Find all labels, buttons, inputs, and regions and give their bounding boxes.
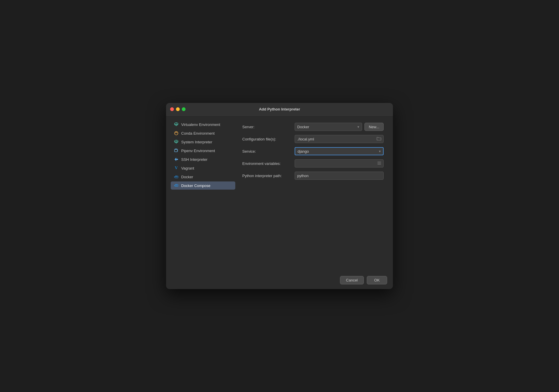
- svg-rect-16: [177, 185, 177, 186]
- docker-icon: [174, 174, 179, 179]
- env-variables-row: Environment variables:: [242, 159, 384, 168]
- python-path-label: Python interpreter path:: [242, 174, 295, 178]
- svg-rect-11: [177, 177, 177, 177]
- sidebar-item-pipenv[interactable]: Pipenv Environment: [171, 147, 235, 155]
- sidebar-item-system[interactable]: System Interpreter: [171, 138, 235, 146]
- env-wrapper: [295, 159, 384, 168]
- sidebar-item-vagrant-label: Vagrant: [181, 166, 194, 170]
- sidebar-item-vagrant[interactable]: V Vagrant: [171, 164, 235, 172]
- title-bar: Add Python Interpreter: [166, 103, 393, 116]
- config-file-wrapper: [295, 135, 384, 143]
- sidebar-item-pipenv-label: Pipenv Environment: [181, 149, 215, 153]
- server-select-wrapper: Docker ▼: [295, 123, 362, 131]
- python-path-control: [295, 172, 384, 180]
- sidebar-item-ssh[interactable]: SSH Interpreter: [171, 155, 235, 163]
- sidebar-item-docker[interactable]: Docker: [171, 173, 235, 181]
- minimize-button[interactable]: [176, 107, 180, 111]
- env-variables-control: [295, 159, 384, 168]
- server-row: Server: Docker ▼ New...: [242, 123, 384, 131]
- virtualenv-icon: [174, 122, 179, 127]
- service-label: Service:: [242, 149, 295, 154]
- sidebar-item-virtualenv[interactable]: Virtualenv Environment: [171, 120, 235, 129]
- server-select[interactable]: Docker: [295, 123, 362, 131]
- svg-rect-12: [175, 176, 176, 176]
- maximize-button[interactable]: [182, 107, 186, 111]
- svg-rect-20: [175, 186, 178, 187]
- window-controls: [170, 107, 186, 111]
- env-variables-label: Environment variables:: [242, 161, 295, 166]
- service-control: django ▼: [295, 147, 384, 155]
- svg-rect-14: [174, 185, 175, 186]
- sidebar-item-conda-label: Conda Environment: [181, 131, 215, 136]
- svg-rect-17: [175, 184, 176, 185]
- server-control: Docker ▼ New...: [295, 123, 384, 131]
- svg-rect-10: [175, 177, 176, 177]
- config-files-control: [295, 135, 384, 143]
- conda-icon: [174, 131, 179, 136]
- sidebar-item-system-label: System Interpreter: [181, 140, 212, 144]
- config-files-input[interactable]: [295, 135, 384, 143]
- sidebar-item-docker-compose-label: Docker Compose: [181, 183, 210, 188]
- config-files-label: Configuration file(s):: [242, 137, 295, 141]
- service-row: Service: django ▼: [242, 147, 384, 155]
- content-panel: Server: Docker ▼ New... Configuration fi…: [238, 120, 388, 267]
- svg-rect-19: [175, 186, 178, 186]
- svg-rect-9: [174, 177, 175, 177]
- svg-marker-8: [175, 158, 178, 161]
- ssh-icon: [174, 157, 179, 162]
- env-variables-input[interactable]: [295, 159, 384, 168]
- svg-rect-18: [177, 184, 177, 185]
- service-select-wrapper: django ▼: [295, 147, 384, 155]
- svg-rect-15: [175, 185, 176, 186]
- sidebar-item-docker-compose[interactable]: Docker Compose: [171, 181, 235, 190]
- svg-point-2: [175, 131, 178, 135]
- dialog-footer: Cancel OK: [166, 271, 393, 289]
- add-python-interpreter-dialog: Add Python Interpreter Virtualenv Enviro…: [166, 103, 393, 289]
- docker-compose-icon: [174, 183, 179, 188]
- ok-button[interactable]: OK: [367, 276, 387, 284]
- sidebar-item-virtualenv-label: Virtualenv Environment: [181, 122, 220, 127]
- cancel-button[interactable]: Cancel: [340, 276, 364, 284]
- sidebar-item-conda[interactable]: Conda Environment: [171, 129, 235, 137]
- dialog-title: Add Python Interpreter: [259, 107, 300, 111]
- svg-rect-13: [177, 176, 177, 176]
- service-select[interactable]: django: [295, 147, 384, 155]
- system-icon: [174, 139, 179, 145]
- server-label: Server:: [242, 125, 295, 129]
- vagrant-icon: V: [174, 165, 179, 171]
- pipenv-icon: [174, 148, 179, 153]
- config-files-row: Configuration file(s):: [242, 135, 384, 143]
- sidebar-item-ssh-label: SSH Interpreter: [181, 157, 207, 162]
- close-button[interactable]: [170, 107, 174, 111]
- python-path-row: Python interpreter path:: [242, 172, 384, 180]
- sidebar-item-docker-label: Docker: [181, 175, 193, 179]
- sidebar: Virtualenv Environment Conda Environment: [171, 120, 238, 267]
- python-path-input[interactable]: [295, 172, 384, 180]
- dialog-body: Virtualenv Environment Conda Environment: [166, 116, 393, 271]
- svg-rect-5: [175, 149, 177, 152]
- new-button[interactable]: New...: [364, 123, 384, 131]
